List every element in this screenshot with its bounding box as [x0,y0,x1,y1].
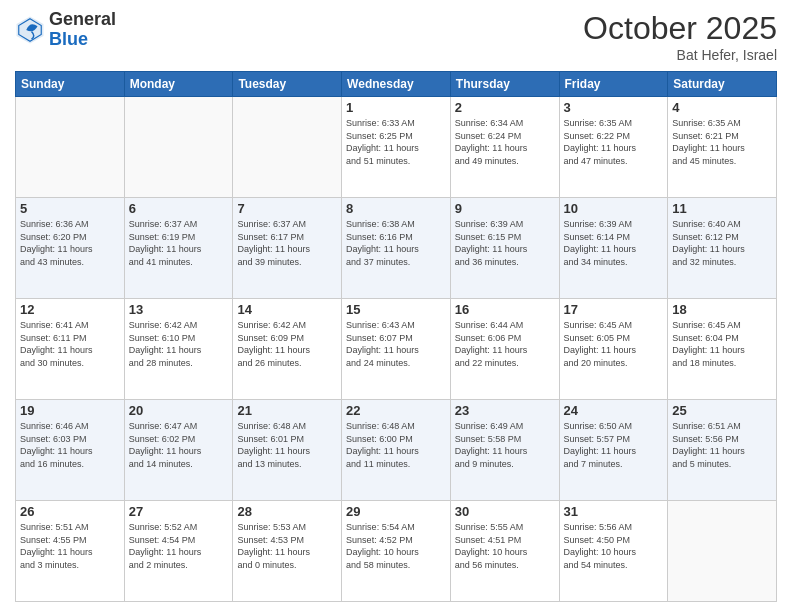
day-number: 21 [237,403,337,418]
calendar-week-row-4: 19Sunrise: 6:46 AM Sunset: 6:03 PM Dayli… [16,400,777,501]
calendar-week-row-5: 26Sunrise: 5:51 AM Sunset: 4:55 PM Dayli… [16,501,777,602]
day-number: 3 [564,100,664,115]
day-number: 11 [672,201,772,216]
day-info: Sunrise: 5:53 AM Sunset: 4:53 PM Dayligh… [237,521,337,571]
day-info: Sunrise: 6:39 AM Sunset: 6:15 PM Dayligh… [455,218,555,268]
day-info: Sunrise: 6:49 AM Sunset: 5:58 PM Dayligh… [455,420,555,470]
day-info: Sunrise: 6:36 AM Sunset: 6:20 PM Dayligh… [20,218,120,268]
header-monday: Monday [124,72,233,97]
calendar-week-row-2: 5Sunrise: 6:36 AM Sunset: 6:20 PM Daylig… [16,198,777,299]
calendar-cell: 10Sunrise: 6:39 AM Sunset: 6:14 PM Dayli… [559,198,668,299]
calendar-cell [16,97,125,198]
calendar-cell [233,97,342,198]
day-info: Sunrise: 6:40 AM Sunset: 6:12 PM Dayligh… [672,218,772,268]
header-thursday: Thursday [450,72,559,97]
day-info: Sunrise: 6:42 AM Sunset: 6:10 PM Dayligh… [129,319,229,369]
calendar-cell: 28Sunrise: 5:53 AM Sunset: 4:53 PM Dayli… [233,501,342,602]
calendar-cell: 19Sunrise: 6:46 AM Sunset: 6:03 PM Dayli… [16,400,125,501]
day-number: 4 [672,100,772,115]
calendar-cell: 5Sunrise: 6:36 AM Sunset: 6:20 PM Daylig… [16,198,125,299]
calendar-cell: 13Sunrise: 6:42 AM Sunset: 6:10 PM Dayli… [124,299,233,400]
location-subtitle: Bat Hefer, Israel [583,47,777,63]
day-number: 19 [20,403,120,418]
day-info: Sunrise: 6:44 AM Sunset: 6:06 PM Dayligh… [455,319,555,369]
day-info: Sunrise: 6:34 AM Sunset: 6:24 PM Dayligh… [455,117,555,167]
calendar-cell: 29Sunrise: 5:54 AM Sunset: 4:52 PM Dayli… [342,501,451,602]
day-info: Sunrise: 6:48 AM Sunset: 6:00 PM Dayligh… [346,420,446,470]
day-info: Sunrise: 6:35 AM Sunset: 6:21 PM Dayligh… [672,117,772,167]
day-number: 1 [346,100,446,115]
day-number: 30 [455,504,555,519]
day-info: Sunrise: 6:38 AM Sunset: 6:16 PM Dayligh… [346,218,446,268]
calendar-cell: 12Sunrise: 6:41 AM Sunset: 6:11 PM Dayli… [16,299,125,400]
day-number: 24 [564,403,664,418]
day-number: 20 [129,403,229,418]
calendar-cell: 15Sunrise: 6:43 AM Sunset: 6:07 PM Dayli… [342,299,451,400]
calendar-cell [124,97,233,198]
day-number: 13 [129,302,229,317]
calendar-cell: 6Sunrise: 6:37 AM Sunset: 6:19 PM Daylig… [124,198,233,299]
day-number: 10 [564,201,664,216]
day-info: Sunrise: 6:48 AM Sunset: 6:01 PM Dayligh… [237,420,337,470]
day-info: Sunrise: 6:45 AM Sunset: 6:05 PM Dayligh… [564,319,664,369]
calendar-cell: 23Sunrise: 6:49 AM Sunset: 5:58 PM Dayli… [450,400,559,501]
calendar-week-row-1: 1Sunrise: 6:33 AM Sunset: 6:25 PM Daylig… [16,97,777,198]
logo-icon [15,15,45,45]
calendar-cell: 8Sunrise: 6:38 AM Sunset: 6:16 PM Daylig… [342,198,451,299]
calendar-cell: 14Sunrise: 6:42 AM Sunset: 6:09 PM Dayli… [233,299,342,400]
day-info: Sunrise: 6:50 AM Sunset: 5:57 PM Dayligh… [564,420,664,470]
header-wednesday: Wednesday [342,72,451,97]
day-info: Sunrise: 6:43 AM Sunset: 6:07 PM Dayligh… [346,319,446,369]
day-number: 31 [564,504,664,519]
day-number: 17 [564,302,664,317]
header-tuesday: Tuesday [233,72,342,97]
day-info: Sunrise: 6:42 AM Sunset: 6:09 PM Dayligh… [237,319,337,369]
calendar-cell: 22Sunrise: 6:48 AM Sunset: 6:00 PM Dayli… [342,400,451,501]
day-info: Sunrise: 6:37 AM Sunset: 6:17 PM Dayligh… [237,218,337,268]
calendar-cell: 7Sunrise: 6:37 AM Sunset: 6:17 PM Daylig… [233,198,342,299]
calendar-cell: 11Sunrise: 6:40 AM Sunset: 6:12 PM Dayli… [668,198,777,299]
calendar-cell: 20Sunrise: 6:47 AM Sunset: 6:02 PM Dayli… [124,400,233,501]
day-number: 25 [672,403,772,418]
calendar-cell: 18Sunrise: 6:45 AM Sunset: 6:04 PM Dayli… [668,299,777,400]
day-info: Sunrise: 5:55 AM Sunset: 4:51 PM Dayligh… [455,521,555,571]
day-number: 23 [455,403,555,418]
day-info: Sunrise: 6:51 AM Sunset: 5:56 PM Dayligh… [672,420,772,470]
calendar-cell: 2Sunrise: 6:34 AM Sunset: 6:24 PM Daylig… [450,97,559,198]
day-info: Sunrise: 6:46 AM Sunset: 6:03 PM Dayligh… [20,420,120,470]
day-number: 6 [129,201,229,216]
day-info: Sunrise: 5:54 AM Sunset: 4:52 PM Dayligh… [346,521,446,571]
title-section: October 2025 Bat Hefer, Israel [583,10,777,63]
day-info: Sunrise: 6:45 AM Sunset: 6:04 PM Dayligh… [672,319,772,369]
day-number: 29 [346,504,446,519]
calendar-cell: 17Sunrise: 6:45 AM Sunset: 6:05 PM Dayli… [559,299,668,400]
calendar-cell: 25Sunrise: 6:51 AM Sunset: 5:56 PM Dayli… [668,400,777,501]
day-number: 16 [455,302,555,317]
calendar-cell: 21Sunrise: 6:48 AM Sunset: 6:01 PM Dayli… [233,400,342,501]
calendar-week-row-3: 12Sunrise: 6:41 AM Sunset: 6:11 PM Dayli… [16,299,777,400]
page-header: General Blue October 2025 Bat Hefer, Isr… [15,10,777,63]
day-info: Sunrise: 6:37 AM Sunset: 6:19 PM Dayligh… [129,218,229,268]
calendar-cell [668,501,777,602]
day-number: 9 [455,201,555,216]
day-number: 15 [346,302,446,317]
calendar-cell: 4Sunrise: 6:35 AM Sunset: 6:21 PM Daylig… [668,97,777,198]
calendar-cell: 24Sunrise: 6:50 AM Sunset: 5:57 PM Dayli… [559,400,668,501]
day-info: Sunrise: 6:39 AM Sunset: 6:14 PM Dayligh… [564,218,664,268]
month-title: October 2025 [583,10,777,47]
calendar-cell: 30Sunrise: 5:55 AM Sunset: 4:51 PM Dayli… [450,501,559,602]
day-info: Sunrise: 6:47 AM Sunset: 6:02 PM Dayligh… [129,420,229,470]
day-number: 26 [20,504,120,519]
day-info: Sunrise: 5:56 AM Sunset: 4:50 PM Dayligh… [564,521,664,571]
day-info: Sunrise: 6:35 AM Sunset: 6:22 PM Dayligh… [564,117,664,167]
calendar-cell: 31Sunrise: 5:56 AM Sunset: 4:50 PM Dayli… [559,501,668,602]
calendar-header-row: Sunday Monday Tuesday Wednesday Thursday… [16,72,777,97]
logo-text: General Blue [49,10,116,50]
day-info: Sunrise: 5:52 AM Sunset: 4:54 PM Dayligh… [129,521,229,571]
header-friday: Friday [559,72,668,97]
calendar-table: Sunday Monday Tuesday Wednesday Thursday… [15,71,777,602]
calendar-cell: 3Sunrise: 6:35 AM Sunset: 6:22 PM Daylig… [559,97,668,198]
header-saturday: Saturday [668,72,777,97]
calendar-cell: 26Sunrise: 5:51 AM Sunset: 4:55 PM Dayli… [16,501,125,602]
calendar-cell: 1Sunrise: 6:33 AM Sunset: 6:25 PM Daylig… [342,97,451,198]
